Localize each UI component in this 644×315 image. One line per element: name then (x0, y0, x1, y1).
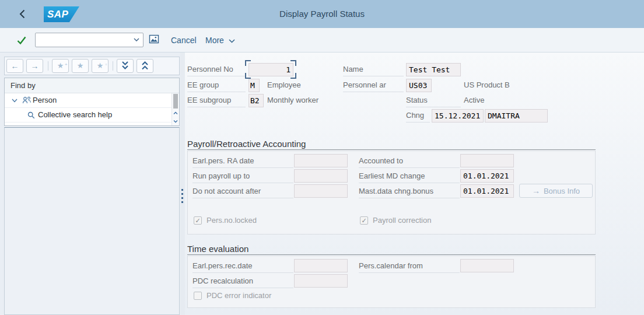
earl-pers-ra-date-field[interactable] (294, 154, 348, 167)
earl-pers-rec-date-field[interactable] (294, 259, 348, 272)
pers-calendar-from-label: Pers.calendar from (359, 259, 460, 273)
accounted-to-label: Accounted to (359, 154, 460, 168)
tree-scrollbar (172, 93, 179, 126)
chng-label: Chng (406, 108, 430, 123)
cancel-button[interactable]: Cancel (171, 28, 197, 52)
scrollbar-thumb[interactable] (173, 94, 178, 108)
ee-group-label: EE group (187, 78, 246, 92)
favorites-button[interactable]: ★ (72, 59, 89, 73)
chevron-up-icon (172, 111, 179, 115)
check-icon: ✓ (195, 217, 200, 224)
arrow-left-icon: ← (11, 61, 19, 71)
run-payroll-up-to-label: Run payroll up to (192, 169, 293, 183)
time-evaluation-section-title: Time evaluation (187, 244, 249, 254)
chevron-down-icon (134, 38, 139, 41)
remove-favorite-button[interactable]: ★▫ (92, 59, 108, 73)
name-field[interactable]: Test Test (406, 63, 461, 76)
star-add-icon: ★+ (57, 61, 64, 70)
continue-button[interactable] (16, 35, 27, 46)
collapse-all-button[interactable] (136, 59, 153, 73)
search-helper-tree: Find by Person Collective search help (4, 78, 180, 126)
sap-gui-window: SAP Display Payroll Status (0, 0, 644, 315)
mast-data-chng-bonus-label: Mast.data chng.bonus (359, 184, 460, 198)
personnel-area-text: US Product B (464, 78, 510, 92)
cancel-label: Cancel (171, 36, 197, 45)
star-icon: ★ (77, 61, 84, 70)
chevron-down-icon (172, 120, 179, 123)
status-label: Status (406, 93, 461, 107)
tree-item-person[interactable]: Person (5, 93, 172, 108)
command-field[interactable] (35, 33, 144, 47)
toolbar-separator (48, 61, 48, 71)
people-icon (22, 96, 32, 104)
shell-header: SAP Display Payroll Status (0, 0, 644, 28)
tree-item-label: Person (33, 93, 57, 108)
bonus-info-button[interactable]: →Bonus Info (519, 184, 593, 198)
personnel-no-field[interactable]: 1 (249, 63, 293, 76)
object-manager-result-panel (4, 127, 180, 315)
chng-date-field[interactable]: 15.12.2021 (432, 109, 484, 123)
payroll-section-title: Payroll/Retroactive Accounting (187, 139, 306, 149)
chng-user-field[interactable]: DMAITRA (485, 109, 548, 123)
nav-forward-button[interactable]: → (26, 59, 43, 73)
bonus-info-label: Bonus Info (544, 187, 580, 195)
scroll-up-button[interactable] (172, 110, 179, 117)
pdc-error-indicator-label: PDC error indicator (206, 290, 271, 301)
more-menu-button[interactable]: More (205, 28, 235, 52)
payroll-correction-checkbox[interactable]: ✓ (360, 216, 368, 225)
pers-no-locked-label: Pers.no.locked (206, 215, 257, 226)
accounted-to-field[interactable] (460, 154, 514, 167)
pdc-recalculation-field[interactable] (294, 274, 348, 288)
tree-item-collective-search-help[interactable]: Collective search help (5, 108, 172, 123)
object-manager-toolbar: ← → ★+ ★ ★▫ (4, 57, 180, 75)
earl-pers-rec-date-label: Earl.pers.rec.date (192, 259, 293, 273)
personnel-no-label: Personnel No (187, 62, 246, 76)
mast-data-chng-bonus-field[interactable]: 01.01.2021 (460, 184, 514, 198)
arrow-right-icon: → (532, 186, 540, 195)
expand-all-button[interactable] (117, 59, 134, 73)
do-not-account-after-field[interactable] (294, 184, 348, 198)
section-rule (187, 254, 596, 255)
section-rule (187, 149, 596, 150)
find-by-header: Find by (5, 78, 179, 93)
pers-calendar-from-field[interactable] (460, 259, 514, 272)
pdc-error-indicator-checkbox[interactable] (194, 292, 202, 300)
check-icon: ✓ (361, 217, 366, 224)
more-label: More (205, 36, 224, 45)
do-not-account-after-label: Do not account after (192, 184, 293, 198)
command-input[interactable] (37, 34, 132, 47)
chevron-down-icon[interactable] (12, 99, 18, 103)
run-payroll-up-to-field[interactable] (294, 169, 348, 183)
toolbar-separator (113, 61, 113, 71)
earl-pers-ra-date-label: Earl.pers. RA date (192, 154, 293, 168)
ee-subgroup-text: Monthly worker (267, 93, 318, 107)
picture-icon (148, 33, 162, 45)
add-favorite-button[interactable]: ★+ (52, 59, 69, 73)
pdc-recalculation-label: PDC recalculation (192, 274, 293, 288)
payroll-correction-label: Payroll correction (373, 215, 431, 226)
arrow-right-icon: → (31, 61, 39, 71)
tree-item-label: Search Term (38, 123, 80, 126)
tree-item-clipped[interactable]: Search Term (5, 123, 172, 126)
search-icon (27, 111, 35, 119)
command-toolbar: Cancel More (0, 28, 644, 52)
pers-no-locked-checkbox[interactable]: ✓ (194, 216, 202, 225)
green-check-icon (16, 35, 27, 46)
personnel-area-label: Personnel ar (343, 78, 404, 92)
star-remove-icon: ★▫ (97, 61, 104, 70)
nav-back-button[interactable]: ← (6, 59, 23, 73)
double-chevron-down-icon (117, 60, 133, 72)
scroll-down-button[interactable] (172, 118, 179, 125)
personnel-area-field[interactable]: US03 (406, 79, 432, 92)
services-for-object-button[interactable] (148, 33, 162, 47)
ee-subgroup-label: EE subgroup (187, 93, 246, 107)
panel-splitter[interactable] (180, 52, 185, 315)
earliest-md-change-label: Earliest MD change (359, 169, 460, 183)
earliest-md-change-field[interactable]: 01.01.2021 (460, 169, 514, 183)
chevron-down-icon (229, 28, 235, 52)
page-title: Display Payroll Status (0, 0, 644, 28)
ee-group-field[interactable]: M (249, 79, 260, 92)
ee-subgroup-field[interactable]: B2 (249, 94, 264, 107)
tree-item-label: Collective search help (38, 108, 112, 123)
name-label: Name (343, 62, 404, 76)
